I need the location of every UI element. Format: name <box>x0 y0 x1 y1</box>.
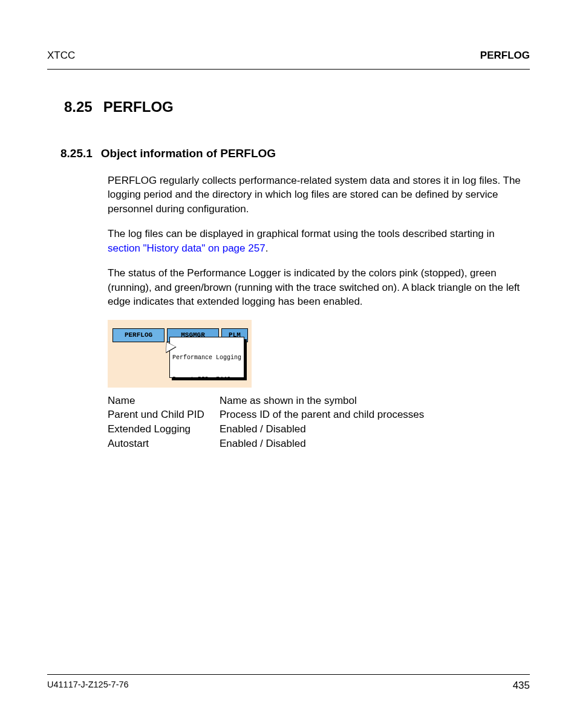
footer-page-number: 435 <box>513 680 530 692</box>
subsection-number: 8.25.1 <box>60 147 93 160</box>
definition-term: Autostart <box>108 437 220 451</box>
tooltip-line: Performance Logging <box>172 354 241 362</box>
section-number: 8.25 <box>64 99 93 115</box>
page-footer: U41117-J-Z125-7-76 435 <box>47 674 530 692</box>
definition-desc: Process ID of the parent and child proce… <box>220 408 424 422</box>
footer-code: U41117-J-Z125-7-76 <box>47 680 129 692</box>
definition-desc: Enabled / Disabled <box>220 422 306 437</box>
page-header: XTCC PERFLOG <box>47 50 530 70</box>
paragraph-1: PERFLOG regularly collects performance-r… <box>108 174 530 216</box>
paragraph-2: The log files can be displayed in graphi… <box>108 227 530 255</box>
history-data-link[interactable]: section "History data" on page 257 <box>108 242 266 254</box>
paragraph-2-post: . <box>266 242 269 254</box>
definition-desc: Enabled / Disabled <box>220 437 306 451</box>
subsection-heading: 8.25.1 Object information of PERFLOG <box>60 147 530 160</box>
figure: MSGMGR PLM PERFLOG Performance Logging P… <box>108 320 530 388</box>
section-title: PERFLOG <box>103 99 174 115</box>
figure-canvas: MSGMGR PLM PERFLOG Performance Logging P… <box>108 320 252 388</box>
definition-term: Extended Logging <box>108 422 220 437</box>
definition-row: Name Name as shown in the symbol <box>108 394 530 408</box>
paragraph-3: The status of the Performance Logger is … <box>108 266 530 308</box>
definition-row: Autostart Enabled / Disabled <box>108 437 530 451</box>
tooltip-line: Parent PID: 7446 <box>172 376 241 378</box>
section-heading: 8.25 PERFLOG <box>64 99 530 115</box>
header-right: PERFLOG <box>480 50 530 62</box>
chip-perflog: PERFLOG <box>112 328 165 342</box>
definition-list: Name Name as shown in the symbol Parent … <box>108 394 530 451</box>
tooltip: Performance Logging Parent PID: 7446 Chi… <box>169 337 244 378</box>
definition-row: Parent und Child PID Process ID of the p… <box>108 408 530 422</box>
header-left: XTCC <box>47 50 75 62</box>
paragraph-2-pre: The log files can be displayed in graphi… <box>108 228 495 239</box>
definition-term: Name <box>108 394 220 408</box>
subsection-title: Object information of PERFLOG <box>101 147 276 160</box>
definition-desc: Name as shown in the symbol <box>220 394 357 408</box>
definition-row: Extended Logging Enabled / Disabled <box>108 422 530 437</box>
definition-term: Parent und Child PID <box>108 408 220 422</box>
